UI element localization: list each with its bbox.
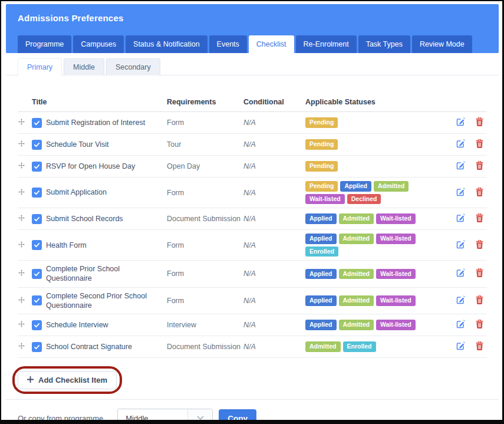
- table-row: Submit Registration of Interest Form N/A…: [18, 112, 487, 134]
- subtab-primary[interactable]: Primary: [18, 58, 62, 75]
- delete-icon[interactable]: [476, 188, 483, 198]
- edit-icon[interactable]: [456, 139, 465, 150]
- copy-button[interactable]: Copy: [219, 409, 256, 424]
- row-checkbox[interactable]: [32, 140, 42, 150]
- delete-icon[interactable]: [476, 320, 483, 330]
- row-requirement: Form: [167, 119, 243, 127]
- drag-handle-icon[interactable]: [18, 140, 25, 149]
- row-checkbox[interactable]: [32, 240, 42, 250]
- drag-handle-icon[interactable]: [18, 118, 25, 127]
- check-icon: [34, 322, 40, 328]
- drag-handle-icon[interactable]: [18, 214, 25, 223]
- row-checkbox[interactable]: [32, 214, 42, 224]
- delete-icon[interactable]: [476, 139, 483, 150]
- check-icon: [34, 163, 40, 170]
- drag-handle-icon[interactable]: [18, 188, 25, 198]
- page-title: Admissions Preferences: [18, 13, 487, 23]
- programme-subtabs: PrimaryMiddleSecondary: [6, 53, 499, 75]
- row-requirement: Form: [167, 189, 243, 197]
- drag-handle-icon[interactable]: [18, 320, 25, 330]
- delete-icon[interactable]: [476, 161, 483, 172]
- plus-icon: [27, 376, 34, 384]
- delete-icon[interactable]: [476, 213, 483, 224]
- copy-from-programme-label: Or copy from programme: [18, 414, 103, 423]
- row-requirement: Open Day: [167, 162, 243, 170]
- edit-icon[interactable]: [456, 295, 465, 306]
- edit-icon[interactable]: [456, 268, 465, 279]
- row-checkbox[interactable]: [32, 342, 42, 352]
- status-badge: Wait-listed: [376, 320, 416, 330]
- subtab-middle[interactable]: Middle: [64, 58, 104, 75]
- status-badge: Applied: [305, 234, 337, 244]
- row-statuses: AppliedAdmittedWait-listed: [305, 320, 449, 330]
- row-checkbox[interactable]: [32, 162, 42, 172]
- status-badge: Wait-listed: [376, 269, 416, 280]
- tab-campuses[interactable]: Campuses: [73, 35, 124, 53]
- column-header-statuses: Applicable Statuses: [305, 98, 449, 106]
- tab-status-notification[interactable]: Status & Notification: [126, 35, 207, 53]
- row-conditional: N/A: [243, 241, 305, 249]
- row-statuses: Pending: [305, 117, 449, 128]
- row-requirement: Form: [167, 297, 243, 305]
- drag-handle-icon[interactable]: [18, 269, 25, 278]
- drag-handle-icon[interactable]: [18, 342, 25, 351]
- row-checkbox[interactable]: [32, 320, 42, 330]
- add-checklist-item-wrapper: Add Checklist Item: [18, 371, 117, 389]
- row-checkbox[interactable]: [32, 118, 42, 128]
- delete-icon[interactable]: [476, 117, 483, 128]
- table-row: Schedule Tour Visit Tour N/A Pending: [18, 134, 487, 156]
- tab-programme[interactable]: Programme: [18, 35, 71, 53]
- subtab-secondary[interactable]: Secondary: [106, 58, 160, 75]
- edit-icon[interactable]: [456, 341, 465, 352]
- status-badge: Enrolled: [305, 246, 338, 257]
- edit-icon[interactable]: [456, 188, 465, 198]
- status-badge: Applied: [305, 295, 337, 306]
- table-row: Submit Application Form N/A PendingAppli…: [18, 178, 487, 208]
- edit-icon[interactable]: [456, 161, 465, 172]
- drag-handle-icon[interactable]: [18, 296, 25, 305]
- add-checklist-item-label: Add Checklist Item: [38, 376, 107, 384]
- check-icon: [34, 344, 40, 350]
- delete-icon[interactable]: [476, 341, 483, 352]
- copy-from-programme-row: Or copy from programme Middle Copy: [6, 400, 499, 424]
- drag-handle-icon[interactable]: [18, 241, 25, 250]
- tab-review-mode[interactable]: Review Mode: [412, 35, 472, 53]
- edit-icon[interactable]: [456, 320, 465, 330]
- status-badge: Admitted: [374, 181, 409, 192]
- edit-icon[interactable]: [456, 240, 465, 251]
- checklist-table-body: Submit Registration of Interest Form N/A…: [18, 112, 487, 358]
- row-requirement: Tour: [167, 140, 243, 149]
- tab-checklist[interactable]: Checklist: [249, 35, 294, 53]
- row-conditional: N/A: [243, 215, 305, 223]
- edit-icon[interactable]: [456, 117, 465, 128]
- table-row: Schedule Interview Interview N/A Applied…: [18, 314, 487, 336]
- row-conditional: N/A: [243, 162, 305, 170]
- main-tabs: ProgrammeCampusesStatus & NotificationEv…: [18, 35, 487, 53]
- check-icon: [34, 120, 40, 126]
- check-icon: [34, 142, 40, 148]
- row-requirement: Form: [167, 269, 243, 278]
- tab-task-types[interactable]: Task Types: [358, 35, 410, 53]
- row-checkbox[interactable]: [32, 295, 42, 305]
- row-checkbox[interactable]: [32, 188, 42, 198]
- programme-select[interactable]: Middle: [117, 409, 213, 424]
- add-checklist-item-button[interactable]: Add Checklist Item: [18, 371, 117, 389]
- tab-re-enrolment[interactable]: Re-Enrolment: [296, 35, 357, 53]
- status-badge: Admitted: [339, 213, 374, 224]
- tab-events[interactable]: Events: [209, 35, 247, 53]
- row-checkbox[interactable]: [32, 269, 42, 279]
- status-badge: Wait-listed: [305, 194, 345, 205]
- delete-icon[interactable]: [476, 295, 483, 306]
- row-statuses: PendingAppliedAdmittedWait-listedDecline…: [305, 181, 449, 204]
- status-badge: Wait-listed: [376, 234, 416, 244]
- edit-icon[interactable]: [456, 213, 465, 224]
- delete-icon[interactable]: [476, 268, 483, 279]
- row-conditional: N/A: [243, 119, 305, 127]
- delete-icon[interactable]: [476, 240, 483, 251]
- row-requirement: Interview: [167, 321, 243, 329]
- row-statuses: AppliedAdmittedWait-listed: [305, 269, 449, 280]
- programme-select-value: Middle: [118, 409, 187, 424]
- drag-handle-icon[interactable]: [18, 162, 25, 171]
- row-conditional: N/A: [243, 269, 305, 278]
- table-row: Complete Second Prior School Questionnai…: [18, 288, 487, 315]
